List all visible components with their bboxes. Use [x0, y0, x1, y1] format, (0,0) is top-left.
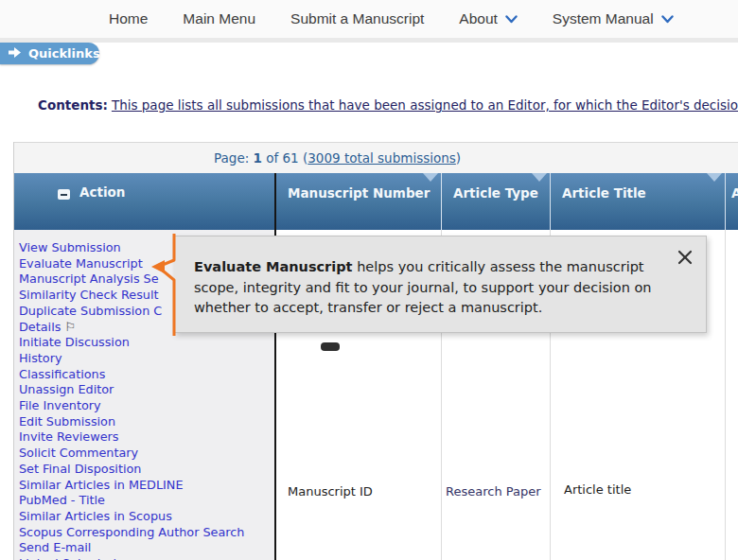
- collapse-column-icon[interactable]: [58, 189, 70, 200]
- action-link-pubmed-title[interactable]: PubMed - Title: [19, 493, 105, 507]
- action-link-similar-articles-scopus[interactable]: Similar Articles in Scopus: [19, 509, 172, 523]
- flag-icon: ⚐: [64, 320, 76, 334]
- pagination-bar: Page: 1 of 61 (3009 total submissions): [14, 142, 738, 173]
- action-link-unassign-editor[interactable]: Unassign Editor: [19, 382, 114, 396]
- nav-item-system-manual[interactable]: System Manual: [553, 10, 674, 27]
- action-link-initiate-discussion[interactable]: Initiate Discussion: [19, 335, 130, 349]
- nav-item-home[interactable]: Home: [109, 10, 148, 27]
- nav-item-label: Submit a Manuscript: [290, 10, 424, 27]
- action-link-scopus-author-search[interactable]: Scopus Corresponding Author Search: [19, 525, 244, 539]
- column-label: Action: [79, 184, 125, 200]
- action-link-linked-submissions[interactable]: Linked Submissions: [19, 556, 138, 560]
- sort-arrow-icon[interactable]: [707, 173, 722, 182]
- nav-item-label: System Manual: [553, 10, 654, 27]
- nav-item-label: Home: [109, 10, 148, 27]
- page-suffix: ): [456, 150, 461, 166]
- action-link-invite-reviewers[interactable]: Invite Reviewers: [19, 429, 118, 444]
- tooltip-text: Evaluate Manuscript helps you critically…: [194, 257, 675, 319]
- nav-item-label: Main Menu: [183, 10, 255, 27]
- column-label: Author Name: [731, 185, 738, 201]
- article-title-cell: Article title: [564, 482, 631, 497]
- evaluate-manuscript-tooltip: Evaluate Manuscript helps you critically…: [174, 236, 707, 333]
- action-link-solicit-commentary[interactable]: Solicit Commentary: [19, 446, 138, 460]
- sort-arrow-icon[interactable]: [532, 173, 547, 182]
- header-separator: [725, 173, 726, 230]
- chevron-down-icon: [505, 15, 518, 24]
- manuscript-number-cell: Manuscript ID: [288, 484, 373, 499]
- action-link-history[interactable]: History: [19, 351, 62, 365]
- action-link-duplicate-submission[interactable]: Duplicate Submission C: [19, 304, 162, 318]
- quicklinks-label: Quicklinks: [28, 46, 100, 61]
- action-link-manuscript-analysis[interactable]: Manuscript Analysis Se: [19, 271, 159, 286]
- column-header-author-name[interactable]: Author Name: [727, 173, 738, 230]
- nav-item-label: About: [459, 10, 498, 27]
- nav-item-about[interactable]: About: [459, 10, 518, 27]
- nav-item-main-menu[interactable]: Main Menu: [183, 10, 255, 27]
- action-column-divider: [274, 173, 276, 560]
- column-header-article-title[interactable]: Article Title: [551, 173, 725, 230]
- current-page: 1: [254, 150, 262, 166]
- contents-description: Contents:This page lists all submissions…: [38, 97, 738, 113]
- column-label: Article Title: [562, 185, 646, 201]
- chevron-down-icon: [661, 15, 674, 24]
- column-header-action: Action: [14, 173, 274, 230]
- submissions-page: Home Main Menu Submit a Manuscript About…: [0, 0, 738, 560]
- top-nav: Home Main Menu Submit a Manuscript About…: [0, 0, 738, 38]
- action-link-similar-articles-medline[interactable]: Similar Articles in MEDLINE: [19, 478, 184, 492]
- header-separator: [441, 173, 442, 230]
- page-label: Page:: [214, 150, 249, 166]
- article-type-cell: Research Paper: [446, 484, 541, 499]
- action-link-view-submission[interactable]: View Submission: [19, 240, 121, 254]
- close-icon[interactable]: [676, 249, 694, 266]
- nav-divider: [0, 38, 738, 43]
- nav-item-submit-a-manuscript[interactable]: Submit a Manuscript: [290, 10, 424, 27]
- total-submissions-link[interactable]: 3009 total submissions: [308, 150, 456, 166]
- action-link-send-email[interactable]: Send E-mail: [19, 540, 91, 554]
- redaction-mark: [321, 342, 340, 351]
- action-link-classifications[interactable]: Classifications: [19, 367, 105, 381]
- action-link-details[interactable]: Details: [19, 320, 61, 334]
- table-header-row: Action Manuscript Number Article Type Ar…: [14, 173, 738, 230]
- column-header-manuscript-number[interactable]: Manuscript Number: [276, 173, 441, 230]
- header-separator: [550, 173, 551, 230]
- pagination-text: Page: 1 of 61 (3009 total submissions): [214, 150, 461, 166]
- column-separator: [725, 230, 726, 560]
- tooltip-title: Evaluate Manuscript: [194, 259, 353, 274]
- action-link-evaluate-manuscript[interactable]: Evaluate Manuscript: [19, 256, 143, 271]
- contents-label: Contents:: [38, 97, 108, 113]
- contents-text: This page lists all submissions that hav…: [112, 97, 738, 113]
- action-link-similarity-check[interactable]: Similarity Check Result: [19, 288, 159, 302]
- action-link-set-final-disposition[interactable]: Set Final Disposition: [19, 462, 141, 476]
- submissions-table: Page: 1 of 61 (3009 total submissions) A…: [13, 142, 738, 560]
- column-label: Manuscript Number: [288, 185, 430, 201]
- action-link-edit-submission[interactable]: Edit Submission: [19, 414, 115, 429]
- column-label: Article Type: [453, 185, 538, 201]
- action-link-file-inventory[interactable]: File Inventory: [19, 398, 101, 412]
- quicklinks-button[interactable]: Quicklinks: [0, 43, 99, 64]
- column-header-article-type[interactable]: Article Type: [442, 173, 550, 230]
- sort-arrow-icon[interactable]: [423, 173, 438, 182]
- arrow-right-icon: [9, 46, 22, 61]
- page-count: of 61 (: [262, 150, 308, 166]
